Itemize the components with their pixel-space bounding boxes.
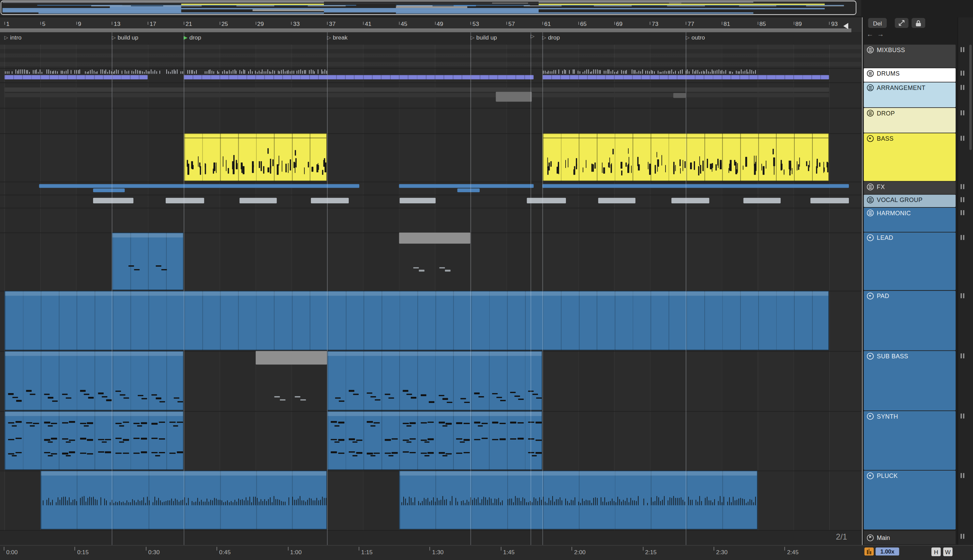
clip-bar[interactable]	[527, 198, 565, 203]
locator[interactable]: ▷break	[327, 34, 348, 41]
clip-bar[interactable]	[672, 198, 709, 203]
midi-clip[interactable]	[327, 351, 542, 410]
main-track-lane[interactable]	[0, 531, 861, 545]
playback-speed-badge[interactable]: 1.00x	[876, 547, 899, 555]
track-header-pluck[interactable]: PLUCK	[864, 470, 956, 529]
track-header-fx[interactable]: FX	[864, 182, 956, 194]
locator[interactable]: ▷outro	[686, 34, 705, 41]
optimize-width-button[interactable]: W	[943, 547, 953, 556]
forward-arrow-icon[interactable]: →	[876, 30, 885, 38]
locator-row[interactable]: ▷intro▷build up▶drop▷break▷build up▷▷dro…	[0, 32, 861, 45]
zoom-to-fit-icon[interactable]	[895, 18, 909, 28]
back-arrow-icon[interactable]: ←	[866, 30, 874, 38]
clip-bar[interactable]	[311, 198, 348, 203]
midi-clip[interactable]	[399, 470, 757, 529]
clip-bar[interactable]	[184, 75, 533, 79]
arrangement-overview[interactable]	[0, 0, 861, 16]
clip-bar[interactable]	[598, 198, 635, 203]
track-fold-icon[interactable]	[867, 135, 874, 142]
track-header-harmonic[interactable]: HARMONIC	[864, 208, 956, 232]
locator[interactable]: ▷build up	[112, 34, 138, 41]
audio-meter-icon[interactable]	[864, 547, 873, 555]
lock-icon[interactable]	[912, 18, 925, 28]
note	[203, 502, 204, 505]
group-unfold-icon[interactable]	[867, 110, 874, 117]
clip-bar[interactable]	[542, 184, 849, 188]
clip-bar[interactable]	[810, 198, 849, 203]
lane-sub-bass[interactable]	[0, 351, 861, 412]
lane-drums[interactable]	[0, 68, 861, 83]
track-header-drums[interactable]: DRUMS	[864, 68, 956, 82]
vertical-scrollbar[interactable]	[969, 45, 971, 150]
main-track-header[interactable]: Main	[864, 531, 956, 544]
midi-clip[interactable]	[5, 291, 829, 350]
track-header-drop[interactable]: DROP	[864, 108, 956, 133]
locator[interactable]: ▶drop	[184, 34, 201, 41]
track-header-pad[interactable]: PAD	[864, 291, 956, 350]
audio-clip[interactable]	[399, 233, 470, 290]
optimize-height-button[interactable]: H	[931, 547, 941, 556]
track-fold-icon[interactable]	[867, 413, 874, 420]
group-unfold-icon[interactable]	[867, 183, 874, 190]
locator[interactable]: ▷intro	[5, 34, 22, 41]
clip-bar[interactable]	[673, 93, 686, 98]
arrangement-area[interactable]	[0, 45, 861, 531]
track-header-synth[interactable]: SYNTH	[864, 411, 956, 470]
group-unfold-icon[interactable]	[867, 85, 874, 91]
clip-bar[interactable]	[166, 198, 204, 203]
midi-clip[interactable]	[112, 233, 184, 290]
group-unfold-icon[interactable]	[867, 47, 874, 53]
track-header-bass[interactable]: BASS	[864, 133, 956, 181]
clip-bar[interactable]	[93, 198, 133, 203]
clip-bar[interactable]	[743, 198, 781, 203]
track-header-vocal-group[interactable]: VOCAL GROUP	[864, 195, 956, 207]
track-fold-icon[interactable]	[867, 293, 874, 299]
midi-clip[interactable]	[5, 411, 184, 470]
locator[interactable]: ▷	[531, 34, 537, 39]
clip-bar[interactable]	[399, 184, 533, 188]
midi-clip[interactable]	[5, 351, 184, 410]
midi-clip[interactable]	[184, 133, 327, 181]
drum-ticks-clip[interactable]	[5, 69, 327, 74]
group-unfold-icon[interactable]	[867, 70, 874, 77]
track-header-arrangement[interactable]: ARRANGEMENT	[864, 82, 956, 107]
track-header-mixbuss[interactable]: MIXBUSS	[864, 45, 956, 67]
track-header-lead[interactable]: LEAD	[864, 233, 956, 290]
lane-drop[interactable]	[0, 108, 861, 134]
lane-synth[interactable]	[0, 411, 861, 472]
delete-button[interactable]: Del	[868, 18, 887, 28]
lane-fx[interactable]	[0, 182, 861, 195]
clip-bar[interactable]	[5, 88, 829, 92]
clip-bar[interactable]	[457, 188, 480, 192]
track-fold-icon[interactable]	[867, 472, 874, 479]
clip-bar[interactable]	[496, 92, 532, 102]
track-fold-icon[interactable]	[867, 234, 874, 241]
midi-clip[interactable]	[327, 411, 542, 470]
lane-arrangement[interactable]	[0, 82, 861, 108]
clip-bar[interactable]	[239, 198, 277, 203]
track-header-sub-bass[interactable]: SUB BASS	[864, 351, 956, 410]
time-ruler[interactable]: 0:000:150:300:451:001:151:301:452:002:15…	[0, 545, 973, 560]
lane-harmonic[interactable]	[0, 208, 861, 233]
drum-ticks-clip[interactable]	[542, 69, 757, 74]
group-unfold-icon[interactable]	[867, 210, 874, 216]
locator[interactable]: ▷build up	[470, 34, 497, 41]
clip-bar[interactable]	[400, 198, 436, 203]
clip-bar[interactable]	[39, 184, 359, 188]
group-unfold-icon[interactable]	[867, 197, 874, 203]
track-fold-icon[interactable]	[867, 353, 874, 360]
lane-mixbuss[interactable]	[0, 45, 861, 69]
locator[interactable]: ▷drop	[542, 34, 560, 41]
arrangement-end-marker-icon[interactable]	[843, 23, 849, 29]
lane-lead[interactable]	[0, 233, 861, 292]
lane-bass[interactable]	[0, 133, 861, 182]
locator-triangle-icon[interactable]: ▷	[5, 35, 8, 40]
lane-pluck[interactable]	[0, 470, 861, 531]
clip-bar[interactable]	[93, 188, 124, 192]
main-play-icon[interactable]	[867, 534, 874, 541]
clip-bar[interactable]	[5, 93, 829, 97]
audio-clip[interactable]	[255, 351, 327, 410]
clip-bar[interactable]	[5, 75, 148, 79]
lane-pad[interactable]	[0, 291, 861, 352]
lane-vocal-group[interactable]	[0, 195, 861, 208]
